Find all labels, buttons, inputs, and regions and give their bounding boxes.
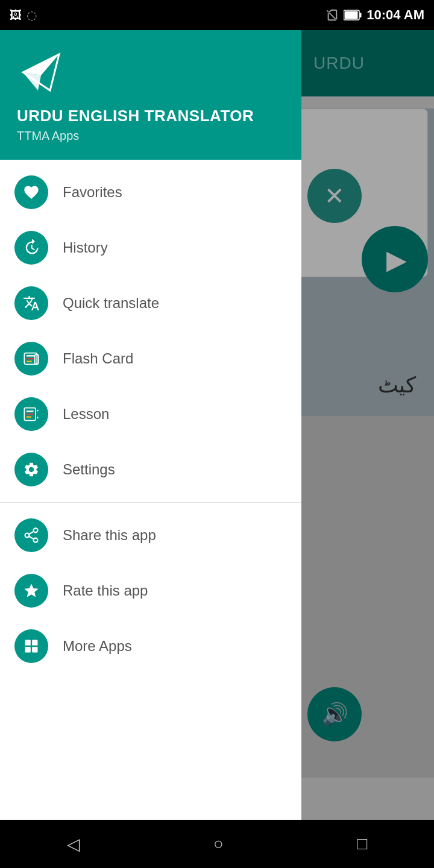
history-icon-circle xyxy=(14,231,48,265)
status-bar: 🖼 ◌ 10:04 AM xyxy=(0,0,434,30)
drawer-divider xyxy=(0,502,301,503)
svg-rect-25 xyxy=(32,647,37,652)
dim-overlay[interactable] xyxy=(301,30,434,820)
svg-rect-23 xyxy=(32,640,37,645)
flashcard-icon-circle xyxy=(14,342,48,376)
more-apps-icon-circle xyxy=(14,629,48,663)
lesson-icon-circle xyxy=(14,397,48,431)
nav-bar: ◁ ○ □ xyxy=(0,820,434,868)
drawer-header: URDU ENGLISH TRANSLATOR TTMA Apps xyxy=(0,30,301,160)
flash-card-label: Flash Card xyxy=(63,350,133,367)
more-apps-label: More Apps xyxy=(63,638,132,655)
svg-rect-14 xyxy=(27,416,31,417)
svg-point-17 xyxy=(34,528,38,532)
svg-rect-24 xyxy=(25,647,31,652)
status-bar-right: 10:04 AM xyxy=(326,7,424,23)
no-sim-icon xyxy=(326,8,339,22)
star-icon xyxy=(23,582,40,599)
home-button[interactable]: ○ xyxy=(213,834,224,854)
lesson-label: Lesson xyxy=(63,406,109,423)
svg-point-18 xyxy=(25,533,30,537)
svg-rect-13 xyxy=(27,414,34,415)
translate-icon-circle xyxy=(14,286,48,320)
status-bar-left: 🖼 ◌ xyxy=(10,8,37,22)
svg-rect-9 xyxy=(27,360,32,362)
svg-rect-1 xyxy=(360,13,362,17)
svg-line-16 xyxy=(37,417,38,418)
history-label: History xyxy=(63,239,108,256)
recent-button[interactable]: □ xyxy=(357,834,367,854)
app-logo xyxy=(17,48,65,96)
share-label: Share this app xyxy=(63,527,156,544)
svg-rect-7 xyxy=(27,355,35,356)
menu-item-lesson[interactable]: Lesson xyxy=(0,386,301,442)
svg-line-20 xyxy=(29,536,34,539)
rate-icon-circle xyxy=(14,574,48,608)
navigation-drawer: URDU ENGLISH TRANSLATOR TTMA Apps Favori… xyxy=(0,30,301,820)
svg-rect-2 xyxy=(345,11,358,19)
grid-icon xyxy=(23,638,40,655)
lesson-icon xyxy=(23,406,40,423)
svg-point-19 xyxy=(34,538,38,542)
svg-marker-5 xyxy=(23,54,59,75)
svg-rect-22 xyxy=(25,640,31,645)
svg-marker-4 xyxy=(23,72,41,90)
back-button[interactable]: ◁ xyxy=(67,834,80,854)
menu-item-rate[interactable]: Rate this app xyxy=(0,563,301,618)
menu-item-more-apps[interactable]: More Apps xyxy=(0,618,301,674)
share-icon-circle xyxy=(14,518,48,552)
loading-icon: ◌ xyxy=(27,8,37,22)
favorites-icon-circle xyxy=(14,175,48,209)
translate-icon xyxy=(23,295,40,312)
gear-icon xyxy=(23,461,40,478)
status-time: 10:04 AM xyxy=(366,7,424,23)
menu-item-share[interactable]: Share this app xyxy=(0,508,301,563)
menu-item-quick-translate[interactable]: Quick translate xyxy=(0,275,301,331)
rate-label: Rate this app xyxy=(63,582,148,599)
heart-icon xyxy=(23,184,40,201)
app-name: URDU ENGLISH TRANSLATOR xyxy=(17,106,285,127)
svg-line-15 xyxy=(37,410,38,411)
flashcard-icon xyxy=(23,350,40,367)
photo-icon: 🖼 xyxy=(10,8,22,22)
favorites-label: Favorites xyxy=(63,184,122,201)
share-icon xyxy=(23,527,40,544)
settings-label: Settings xyxy=(63,461,115,478)
drawer-menu: Favorites History Qui xyxy=(0,160,301,820)
settings-icon-circle xyxy=(14,453,48,486)
menu-item-favorites[interactable]: Favorites xyxy=(0,165,301,220)
svg-rect-12 xyxy=(27,410,34,412)
menu-item-history[interactable]: History xyxy=(0,220,301,275)
svg-rect-8 xyxy=(27,358,35,359)
drawer-overlay: URDU ENGLISH TRANSLATOR TTMA Apps Favori… xyxy=(0,30,434,820)
battery-icon xyxy=(344,10,362,20)
quick-translate-label: Quick translate xyxy=(63,295,159,312)
menu-item-flash-card[interactable]: Flash Card xyxy=(0,331,301,386)
app-sub: TTMA Apps xyxy=(17,129,285,143)
menu-item-settings[interactable]: Settings xyxy=(0,442,301,497)
clock-icon xyxy=(23,239,40,256)
svg-line-21 xyxy=(29,531,34,534)
